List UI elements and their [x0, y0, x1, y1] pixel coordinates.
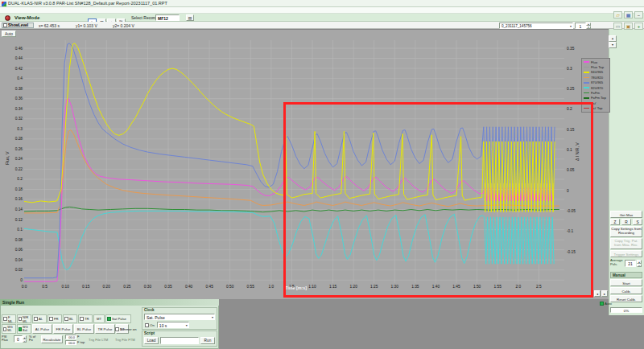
package-icon: ▣ — [626, 24, 631, 29]
y-right-tick: 0.05 — [567, 168, 581, 172]
f-field-value[interactable]: 00.0 — [65, 340, 76, 345]
record-index-spinner[interactable]: 1 — [575, 23, 586, 29]
checkbox-icon[interactable] — [19, 327, 22, 331]
printer-icon[interactable]: ▭ — [613, 23, 622, 30]
mini-button-s[interactable]: S — [633, 219, 642, 225]
start-button[interactable]: Start — [610, 279, 642, 286]
select-record-combo[interactable]: MF12 — [155, 14, 180, 21]
psi-fluo-spin[interactable]: ▴▾ — [23, 335, 27, 343]
legend-label: Fluo — [591, 60, 597, 64]
y-left-tick: 0.2 — [9, 177, 23, 181]
legend-item: Fst' Top — [584, 106, 609, 111]
y-left-tick: 0.32 — [9, 117, 23, 121]
copy-settings-button[interactable]: Copy Settings from Recording — [610, 226, 642, 237]
checkbox-icon[interactable] — [34, 317, 38, 321]
manual-auto-toggle[interactable]: Auto — [599, 301, 617, 306]
x-tick: 1:50 — [472, 285, 483, 289]
y-left-tick: 0.44 — [9, 56, 23, 60]
button-fr-pulse[interactable]: FR Pulse — [53, 324, 73, 334]
chart-page-spinner[interactable]: ▲ ▼ — [609, 35, 617, 48]
checkbox-icon[interactable] — [19, 317, 22, 321]
record-page-button[interactable]: ▤ — [186, 14, 194, 21]
script-run-button[interactable]: Run — [200, 337, 215, 344]
spin-up-icon[interactable]: ▲ — [609, 35, 617, 42]
psi-fluo-label: PSI Fluo — [2, 335, 13, 343]
clock-interval-combo[interactable]: 10 s▾ — [157, 322, 189, 328]
mt-cell[interactable]: MT — [93, 314, 105, 323]
spin-down-icon[interactable]: ▼ — [609, 42, 617, 48]
recalculate-button[interactable]: Recalculate — [41, 335, 63, 343]
checkbox-icon[interactable] — [3, 317, 7, 321]
calib-button[interactable]: Calib. — [610, 287, 642, 294]
y-right-tick: 0 — [567, 189, 581, 193]
scroll-right-button[interactable]: ▸ — [601, 290, 608, 297]
mini-button-r[interactable]: R — [621, 219, 631, 225]
psi-fluo-value[interactable]: 0 — [14, 335, 23, 343]
legend-swatch — [584, 87, 589, 88]
chart-legend[interactable]: FluoFluo Top840/965780/820870/965820/870… — [581, 58, 610, 113]
x-tick: 2:5 — [533, 285, 544, 289]
checkbox-tr[interactable]: TR — [78, 314, 93, 323]
button-bl-pulse[interactable]: BL Pulse — [74, 324, 94, 334]
checkbox-sat-pulse[interactable]: Sat Pulse — [105, 314, 131, 323]
checkbox-wg-bal-[interactable]: WG Bal. — [17, 324, 31, 334]
legend-label: 840/965 — [591, 70, 603, 74]
y-left-tick: 0.3 — [9, 127, 23, 131]
get-max-button[interactable]: Get Max — [610, 211, 642, 218]
y-right-tick: 0.35 — [567, 47, 581, 51]
clock-on-checkbox[interactable] — [145, 323, 149, 327]
button-al-pulse[interactable]: AL Pulse — [32, 324, 52, 334]
show-level-toggle[interactable]: ShowLevel — [2, 23, 34, 28]
single-run-header[interactable]: Single Run — [0, 299, 219, 306]
script-file-field[interactable] — [160, 337, 199, 344]
average-pulses-value[interactable]: 21 — [625, 260, 636, 267]
checkbox-nir-ml[interactable]: NIR ML — [17, 314, 31, 323]
save-icon[interactable]: ▦ — [624, 11, 633, 18]
chevron-down-icon: ▾ — [186, 322, 188, 328]
f-field-value[interactable]: 00.0 — [65, 335, 76, 339]
average-spin-buttons[interactable]: ▴▾ — [637, 260, 642, 267]
checkbox-al[interactable]: AL — [32, 314, 47, 323]
spin-down-icon[interactable]: ▾ — [637, 264, 642, 268]
folder-icon[interactable]: ▱ — [613, 11, 622, 18]
checkbox-icon[interactable] — [64, 317, 68, 321]
checkbox-icon[interactable] — [3, 327, 6, 331]
record-name-combo[interactable]: 0_231117_145756 ▾ — [499, 23, 573, 29]
checkbox-fr[interactable]: FR — [47, 314, 62, 323]
spin-down-icon[interactable]: ▾ — [586, 26, 591, 29]
checkbox-bl[interactable]: BL — [63, 314, 77, 323]
checkbox-f-ml[interactable]: F ML — [2, 314, 16, 323]
x-tick: 0:25 — [122, 285, 133, 289]
script-load-button[interactable]: Load — [144, 337, 159, 344]
y-left-tick: 0.34 — [9, 107, 23, 111]
checkbox-icon[interactable] — [80, 317, 84, 321]
window-title: DUAL-KLAS-NIR v3.0.8 PAR-List SN#128_Def… — [8, 0, 167, 7]
x-tick: 1:35 — [410, 285, 421, 289]
checkbox-icon[interactable] — [107, 317, 111, 321]
auto-tab-button[interactable]: Auto — [2, 31, 16, 37]
remove-icon[interactable]: − — [634, 11, 643, 18]
save-icon: ▦ — [626, 13, 631, 18]
menu-bar: FileOptionsInfoFirmware UpdateGFS-3000 — [0, 7, 644, 14]
scroll-left-button[interactable]: ◂ — [594, 290, 601, 297]
y-left-tick: 0.24 — [9, 157, 23, 161]
show-level-checkbox[interactable] — [3, 23, 7, 27]
f-field-label: F top — [77, 340, 85, 345]
mini-button-z[interactable]: Z — [610, 219, 620, 225]
clock-mode-combo[interactable]: Sat. Pulse▾ — [144, 314, 215, 320]
checkbox-label: FR — [54, 317, 59, 321]
spin-down-icon[interactable]: ▾ — [23, 339, 27, 343]
trig-file-label: Trig File LTM — [89, 338, 108, 342]
add-icon[interactable]: + — [634, 23, 643, 30]
dimmer-toggle[interactable]: Dimmer on — [114, 326, 142, 332]
record-index-spin-buttons[interactable]: ▴ ▾ — [586, 23, 591, 29]
button-tr-pulse[interactable]: TR Pulse — [95, 324, 115, 334]
checkbox-icon[interactable] — [49, 317, 53, 321]
folder-icon: ▱ — [616, 13, 620, 18]
y-left-tick: 0.26 — [9, 147, 23, 151]
dimmer-checkbox[interactable] — [115, 327, 119, 331]
package-icon[interactable]: ▣ — [624, 23, 633, 30]
y-left-tick: 0.08 — [9, 238, 23, 242]
manual-auto-checkbox[interactable] — [600, 302, 604, 306]
checkbox-wg-ml[interactable]: WG ML — [2, 324, 16, 334]
